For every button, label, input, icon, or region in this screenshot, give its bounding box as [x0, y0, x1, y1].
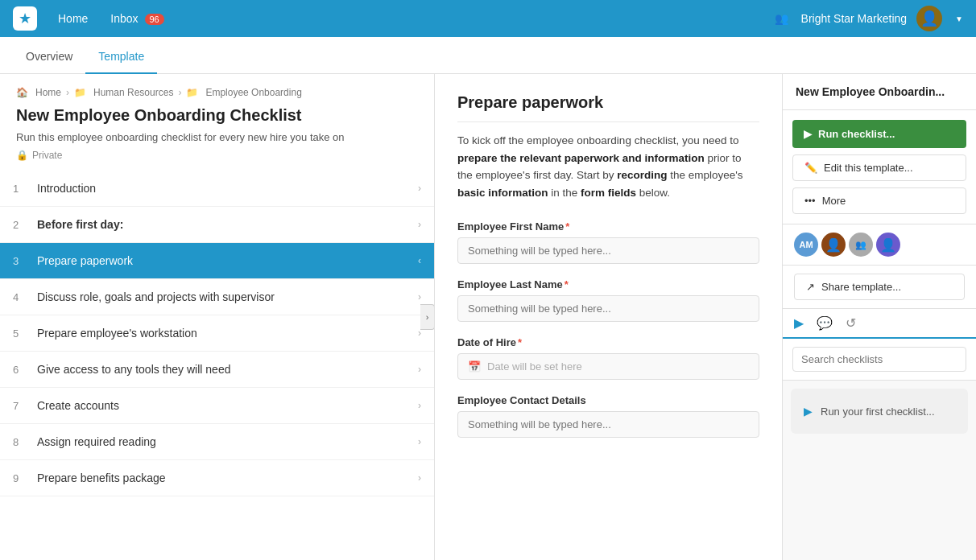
checklist-item-9[interactable]: 9 Prepare benefits package ›	[0, 460, 434, 496]
field-input-first-name[interactable]	[457, 237, 759, 264]
checklist-item-1[interactable]: 1 Introduction ›	[0, 171, 434, 207]
chevron-right-icon: ›	[418, 436, 421, 447]
field-label-last-name: Employee Last Name*	[457, 278, 759, 290]
checklist-item-8[interactable]: 8 Assign required reading ›	[0, 424, 434, 460]
chevron-left-icon: ‹	[418, 255, 421, 266]
right-actions: ▶ Run checklist... ✏️ Edit this template…	[783, 110, 976, 224]
field-label-first-name: Employee First Name*	[457, 220, 759, 233]
right-panel-title: New Employee Onboardin...	[783, 74, 976, 110]
breadcrumb-hr[interactable]: Human Resources	[93, 87, 173, 98]
page-description: Run this employee onboarding checklist f…	[16, 131, 418, 143]
right-tabs-row: ▶ 💬 ↺	[783, 309, 976, 339]
nav-home[interactable]: Home	[50, 9, 96, 28]
checklist-item-5[interactable]: 5 Prepare employee's workstation ›	[0, 315, 434, 352]
nav-inbox[interactable]: Inbox 96	[102, 9, 172, 28]
form-group-first-name: Employee First Name*	[457, 220, 759, 264]
edit-template-button[interactable]: ✏️ Edit this template...	[792, 154, 966, 181]
avatar-group[interactable]: 👥	[849, 233, 873, 257]
checklist-item-3[interactable]: 3 Prepare paperwork ‹	[0, 243, 434, 279]
chevron-right-icon: ›	[418, 364, 421, 375]
calendar-icon: 📅	[468, 360, 481, 373]
chevron-right-icon: ›	[418, 219, 421, 230]
more-button[interactable]: ••• More	[792, 187, 966, 214]
run-checklist-button[interactable]: ▶ Run checklist...	[792, 120, 966, 148]
org-icon: 👥	[775, 12, 788, 25]
avatars-row: AM 👤 👥 👤	[783, 224, 976, 266]
run-first-checklist-box[interactable]: ▶ Run your first checklist...	[791, 389, 968, 434]
avatar-caret[interactable]: ▼	[955, 14, 963, 23]
breadcrumb-onboarding[interactable]: Employee Onboarding	[205, 87, 301, 98]
org-name[interactable]: Bright Star Marketing	[801, 12, 908, 25]
share-template-button[interactable]: ↗ Share template...	[794, 274, 965, 300]
field-label-contact: Employee Contact Details	[457, 394, 759, 406]
chevron-right-icon: ›	[418, 400, 421, 411]
tab-template[interactable]: Template	[85, 40, 157, 74]
checklist-item-2[interactable]: 2 Before first day: ›	[0, 207, 434, 243]
chevron-right-icon: ›	[418, 291, 421, 303]
form-group-last-name: Employee Last Name*	[457, 278, 759, 322]
section-body: To kick off the employee onboarding chec…	[457, 132, 759, 201]
section-title: Prepare paperwork	[457, 93, 759, 122]
nav-right: 👥 Bright Star Marketing 👤 ▼	[775, 6, 963, 31]
right-tab-play[interactable]: ▶	[794, 315, 804, 339]
right-panel: New Employee Onboardin... ▶ Run checklis…	[783, 74, 976, 560]
field-input-last-name[interactable]	[457, 295, 759, 322]
form-group-hire-date: Date of Hire* 📅 Date will be set here	[457, 336, 759, 380]
avatar-am[interactable]: AM	[794, 233, 818, 257]
breadcrumb: 🏠 Home › 📁 Human Resources › 📁 Employee …	[16, 87, 418, 98]
visibility-tag: 🔒 Private	[16, 150, 418, 161]
left-panel: 🏠 Home › 📁 Human Resources › 📁 Employee …	[0, 74, 435, 560]
run-first-play-icon: ▶	[804, 405, 813, 418]
share-icon: ↗	[806, 281, 815, 293]
field-label-hire-date: Date of Hire*	[457, 336, 759, 348]
right-tab-history[interactable]: ↺	[846, 315, 856, 331]
main-container: 🏠 Home › 📁 Human Resources › 📁 Employee …	[0, 74, 976, 560]
search-checklists-input[interactable]	[792, 347, 966, 372]
search-checklists-container	[783, 339, 976, 381]
page-title: New Employee Onboarding Checklist	[16, 106, 418, 125]
chevron-right-icon: ›	[418, 183, 421, 194]
nav-links: Home Inbox 96	[50, 9, 775, 28]
middle-panel: Prepare paperwork To kick off the employ…	[435, 74, 783, 560]
tabs-row: Overview Template	[0, 37, 976, 74]
home-icon: 🏠	[16, 87, 28, 98]
inbox-badge: 96	[145, 14, 164, 25]
avatar-user2[interactable]: 👤	[876, 233, 900, 257]
checklist-item-4[interactable]: 4 Discuss role, goals and projects with …	[0, 279, 434, 315]
lock-icon: 🔒	[16, 150, 28, 161]
collapse-panel-button[interactable]: ›	[420, 304, 435, 330]
app-logo[interactable]: ★	[13, 6, 37, 31]
field-input-contact[interactable]	[457, 411, 759, 438]
form-group-contact: Employee Contact Details	[457, 394, 759, 438]
folder-icon-1: 📁	[74, 87, 86, 98]
right-tab-chat[interactable]: 💬	[817, 315, 833, 331]
checklist-item-7[interactable]: 7 Create accounts ›	[0, 388, 434, 424]
dots-icon: •••	[804, 195, 816, 207]
tab-overview[interactable]: Overview	[13, 40, 85, 74]
avatar-user1[interactable]: 👤	[821, 233, 846, 257]
star-icon: ★	[19, 10, 31, 27]
left-header: 🏠 Home › 📁 Human Resources › 📁 Employee …	[0, 74, 434, 171]
share-row: ↗ Share template...	[783, 266, 976, 309]
field-date-hire-date[interactable]: 📅 Date will be set here	[457, 353, 759, 380]
play-icon: ▶	[804, 128, 812, 140]
user-avatar[interactable]: 👤	[916, 6, 942, 31]
breadcrumb-home[interactable]: Home	[35, 87, 61, 98]
pencil-icon: ✏️	[804, 162, 817, 174]
checklist-item-6[interactable]: 6 Give access to any tools they will nee…	[0, 352, 434, 388]
chevron-right-icon: ›	[418, 472, 421, 484]
checklist-items: 1 Introduction › 2 Before first day: › 3…	[0, 171, 434, 560]
folder-icon-2: 📁	[186, 87, 198, 98]
top-nav: ★ Home Inbox 96 👥 Bright Star Marketing …	[0, 0, 976, 37]
